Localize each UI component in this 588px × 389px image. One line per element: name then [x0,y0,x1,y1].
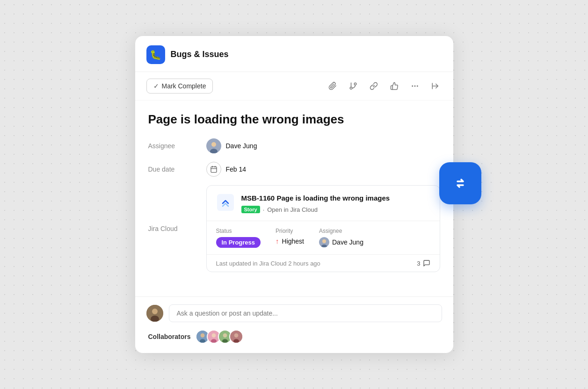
in-progress-badge: In Progress [216,237,261,248]
jira-assignee-value: Dave Jung [319,237,363,247]
toolbar: ✓ Mark Complete [135,72,453,101]
jira-priority-field: Priority ↑ Highest [276,228,304,245]
svg-point-23 [200,333,204,338]
more-icon[interactable] [408,79,421,93]
link-icon[interactable] [367,79,380,93]
svg-point-26 [211,333,216,338]
jira-card-footer: Last updated in Jira Cloud 2 hours ago 3 [207,254,440,272]
mark-complete-label: Mark Complete [162,82,206,90]
assignee-field-row: Assignee Dave Jung [148,138,440,153]
comment-count: 3 [417,259,430,267]
assignee-name: Dave Jung [226,142,257,150]
due-date-label: Due date [148,166,195,173]
checkmark-icon: ✓ [153,82,159,90]
jira-floating-icon [439,162,481,204]
svg-rect-15 [217,194,234,211]
comment-count-number: 3 [417,260,420,267]
card-footer: Collaborators [135,296,453,353]
collaborators-row: Collaborators [146,330,442,344]
jira-card: MSB-1160 Page is loading the wrong image… [206,185,440,272]
card-header: 🐛 Bugs & Issues [135,36,453,72]
open-in-jira-link[interactable]: Open in Jira Cloud [267,206,318,213]
like-icon[interactable] [388,79,401,93]
svg-point-5 [416,85,418,86]
mark-complete-button[interactable]: ✓ Mark Complete [146,79,213,94]
svg-point-30 [222,339,227,344]
due-date-field-row: Due date Feb 14 [148,162,440,177]
calendar-icon [206,162,221,177]
jira-priority-value: ↑ Highest [276,237,304,245]
attachment-icon[interactable] [326,79,339,93]
content-area: Page is loading the wrong images Assigne… [135,101,453,297]
svg-point-20 [152,309,158,314]
ask-input-row [146,304,442,322]
collaborator-avatars [196,330,243,344]
jira-card-bottom: Status In Progress Priority ↑ Highest [207,221,440,254]
expand-icon[interactable] [429,79,442,93]
jira-card-info: MSB-1160 Page is loading the wrong image… [241,193,430,213]
story-badge: Story [241,206,260,213]
assignee-value: Dave Jung [206,138,257,153]
task-title: Page is loading the wrong images [148,112,440,128]
svg-point-27 [211,339,216,344]
jira-assignee-field: Assignee Dave Jung [319,228,363,247]
assignee-label: Assignee [148,142,195,150]
svg-point-3 [412,85,413,86]
assignee-avatar [206,138,221,153]
main-card: 🐛 Bugs & Issues ✓ Mark Complete [135,36,453,353]
jira-assignee-avatar [319,237,329,247]
collaborators-label: Collaborators [148,333,191,340]
jira-status-label: Status [216,228,261,234]
app-title: Bugs & Issues [171,50,442,59]
toolbar-icons [326,79,442,93]
svg-point-9 [211,142,216,147]
svg-point-33 [233,339,239,344]
svg-point-29 [223,333,227,338]
app-icon: 🐛 [146,45,165,64]
due-date-value: Feb 14 [206,162,247,177]
priority-up-icon: ↑ [276,237,279,245]
jira-card-top: MSB-1160 Page is loading the wrong image… [207,186,440,221]
jira-status-field: Status In Progress [216,228,261,248]
jira-logo-icon [216,193,235,212]
jira-cloud-field-row: Jira Cloud MSB [148,185,440,272]
ask-input[interactable] [169,304,442,322]
svg-point-32 [234,333,238,338]
current-user-avatar [146,305,163,322]
svg-point-24 [199,339,205,344]
comment-icon [423,259,430,267]
jira-assignee-label: Assignee [319,228,363,234]
svg-rect-11 [211,167,217,173]
meta-separator: · [263,206,265,213]
branch-icon[interactable] [347,79,360,93]
svg-point-4 [414,85,415,86]
jira-meta: Story · Open in Jira Cloud [241,206,430,213]
svg-point-17 [322,239,326,243]
jira-cloud-label: Jira Cloud [148,225,195,232]
last-updated-text: Last updated in Jira Cloud 2 hours ago [216,260,320,267]
jira-priority-label: Priority [276,228,304,234]
fields-section: Assignee Dave Jung Due date [148,138,440,272]
jira-issue-title: MSB-1160 Page is loading the wrong image… [241,193,430,203]
bug-icon: 🐛 [150,49,161,60]
jira-status-value: In Progress [216,237,261,248]
collaborator-avatar-4 [229,330,243,344]
due-date-text: Feb 14 [226,166,247,173]
